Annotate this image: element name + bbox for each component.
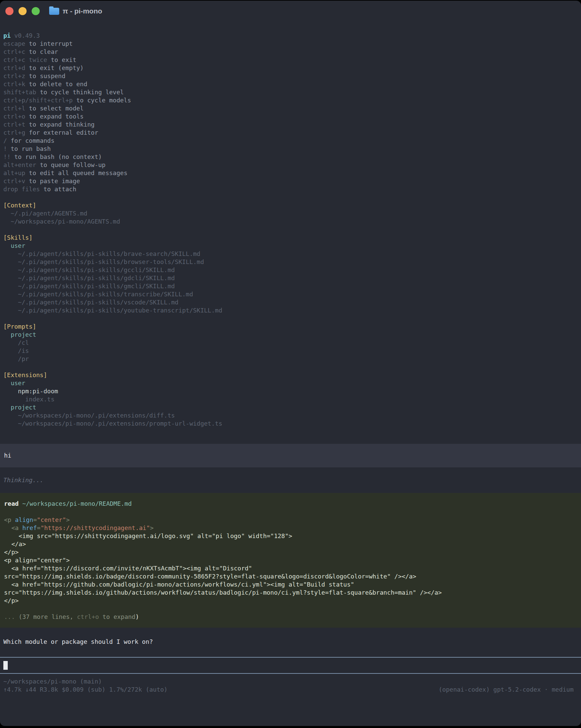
section-entry: user (3, 379, 578, 387)
text-run: ~/workspaces/pi-mono/README.md (19, 500, 132, 507)
text-run: "https://shittycodingagent.ai" (41, 524, 150, 531)
shortcut-line: ctrl+g for external editor (3, 129, 578, 137)
text-run: [Prompts] (3, 323, 36, 330)
text-run: !! (3, 153, 11, 160)
section-entry: ~/workspaces/pi-mono/.pi/extensions/prom… (3, 420, 578, 427)
section-skills: [Skills] user ~/.pi/agent/skills/pi-skil… (3, 234, 578, 314)
text-run: ) (135, 613, 139, 620)
text-run: to attach (40, 185, 76, 192)
prompt-input[interactable] (0, 658, 581, 673)
text-run: <p (4, 516, 15, 523)
shortcut-line: ctrl+k to delete to end (3, 80, 578, 88)
thinking-text: Thinking... (3, 476, 578, 484)
section-prompts: [Prompts] project /cl /is /pr (3, 322, 578, 363)
shortcut-line: ctrl+c to clear (3, 48, 578, 56)
text-run: to suspend (25, 72, 65, 79)
text-run: for external editor (25, 129, 98, 136)
text-run: / (3, 137, 7, 144)
text-run: drop files (3, 185, 40, 192)
text-run: src="https://img.shields.io/badge/discor… (4, 573, 416, 580)
section-entry: ~/.pi/agent/skills/pi-skills/youtube-tra… (3, 306, 578, 314)
section-entry: /cl (3, 339, 578, 347)
text-run: = (37, 524, 41, 531)
section-entry: /is (3, 347, 578, 355)
text-run: index.ts (3, 396, 55, 403)
text-run: to clear (25, 48, 58, 55)
text-run: ctrl+d (3, 64, 25, 71)
text-run: shift+tab (3, 88, 36, 96)
section-entry: project (3, 404, 578, 412)
text-run: ! (3, 145, 7, 152)
text-run: "center" (37, 516, 66, 523)
text-run: to expand thinking (25, 121, 95, 128)
text-run: ~/workspaces/pi-mono/AGENTS.md (3, 218, 120, 225)
code-line: <a href="https://shittycodingagent.ai"> (4, 524, 577, 532)
section-entry: index.ts (3, 395, 578, 404)
text-run: src="https://img.shields.io/github/actio… (4, 589, 442, 596)
text-run: read (4, 500, 19, 507)
text-run: for commands (7, 137, 55, 144)
text-run: /pr (3, 355, 29, 362)
shortcut-line: escape to interrupt (3, 40, 578, 48)
text-run: <p align="center"> (4, 556, 70, 564)
text-run: to interrupt (25, 40, 73, 47)
text-run: > (150, 524, 154, 531)
minimize-button[interactable] (19, 7, 27, 15)
status-usage: ↑4.7k ↓44 R3.8k $0.009 (sub) 1.7%/272k (… (3, 685, 168, 694)
section-entry: ~/.pi/agent/skills/pi-skills/gdcli/SKILL… (3, 274, 578, 282)
text-run: ctrl+k (3, 80, 25, 87)
section-entry: ~/workspaces/pi-mono/.pi/extensions/diff… (3, 412, 578, 420)
text-run: ~/.pi/agent/skills/pi-skills/gdcli/SKILL… (3, 275, 175, 282)
text-run: > (66, 516, 70, 523)
text-run: to edit all queued messages (25, 170, 127, 177)
text-run: </p> (4, 597, 19, 604)
text-run: [Skills] (3, 234, 33, 241)
text-run: user (3, 242, 25, 249)
text-run: [Context] (3, 202, 36, 209)
assistant-message: Which module or package should I work on… (0, 638, 581, 646)
text-run: <a (4, 524, 22, 531)
zoom-button[interactable] (32, 7, 40, 15)
text-run: ... (4, 613, 19, 620)
code-line: <img src="https://shittycodingagent.ai/l… (4, 532, 577, 540)
help-block: pi v0.49.3escape to interruptctrl+c to c… (0, 32, 581, 193)
code-line: <a href="https://discord.com/invite/nKXT… (4, 564, 577, 572)
shortcut-line: ctrl+d to exit (empty) (3, 64, 578, 72)
text-run: [Extensions] (3, 371, 47, 379)
section-entry: npm:pi-doom (3, 387, 578, 395)
section-entry: ~/.pi/agent/skills/pi-skills/brave-searc… (3, 250, 578, 258)
text-run: to run bash (no context) (11, 153, 102, 160)
text-run: to paste image (25, 178, 80, 184)
text-run: ctrl+c (3, 48, 25, 55)
text-run: ctrl+l (3, 105, 25, 112)
text-run: to expand (99, 613, 135, 620)
text-run: to select model (25, 105, 83, 112)
section-entry: ~/workspaces/pi-mono/AGENTS.md (3, 217, 578, 226)
close-button[interactable] (5, 7, 14, 15)
section-entry: user (3, 242, 578, 250)
text-run: <img src="https://shittycodingagent.ai/l… (4, 532, 292, 540)
section-entry: ~/.pi/agent/skills/pi-skills/vscode/SKIL… (3, 298, 578, 306)
shortcut-line: ctrl+z to suspend (3, 72, 578, 80)
code-line: <p align="center"> (4, 516, 577, 524)
shortcut-line: shift+tab to cycle thinking level (3, 88, 578, 96)
section-entry: ~/.pi/agent/skills/pi-skills/transcribe/… (3, 290, 578, 298)
statusbar: ~/workspaces/pi-mono (main) ↑4.7k ↓44 R3… (0, 677, 581, 694)
code-line: src="https://img.shields.io/github/actio… (4, 589, 577, 597)
terminal-line (4, 508, 577, 516)
text-run: </a> (4, 541, 26, 547)
terminal-output: pi v0.49.3escape to interruptctrl+c to c… (0, 32, 581, 646)
text-run: ~/.pi/agent/skills/pi-skills/gmcli/SKILL… (3, 283, 175, 290)
titlebar: π - pi-mono (0, 1, 581, 22)
shortcut-line: ! to run bash (3, 145, 578, 153)
assistant-message-text: Which module or package should I work on… (3, 638, 578, 646)
section-entry: ~/.pi/agent/skills/pi-skills/browser-too… (3, 258, 578, 266)
text-run: ~/.pi/agent/skills/pi-skills/browser-too… (3, 258, 204, 265)
text-run: to queue follow-up (36, 161, 106, 168)
text-run: ctrl+o (77, 613, 99, 620)
shortcut-line: ctrl+l to select model (3, 104, 578, 112)
text-run: <a href="https://discord.com/invite/nKXT… (4, 565, 252, 572)
text-run: to exit (47, 56, 76, 63)
section-extensions: [Extensions] user npm:pi-doom index.ts p… (3, 371, 578, 427)
text-run: ~/workspaces/pi-mono/.pi/extensions/diff… (3, 412, 175, 419)
